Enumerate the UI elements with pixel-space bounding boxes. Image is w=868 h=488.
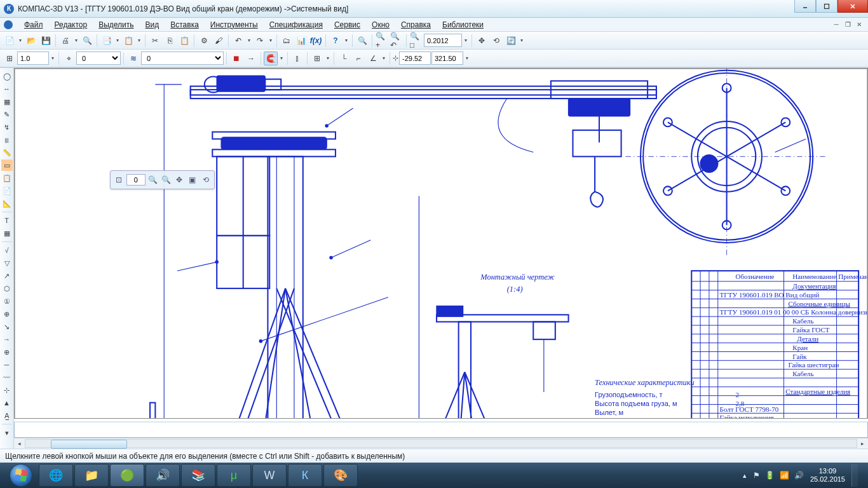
more-tool[interactable]: ▾ [1,427,13,438]
style-select[interactable]: 0 [141,51,224,65]
maximize-button[interactable] [816,0,837,13]
doc-manager-button[interactable]: 📋 [121,34,135,48]
menu-help[interactable]: Справка [396,19,436,30]
tray-battery-icon[interactable]: 🔋 [765,471,775,480]
task-utorrent[interactable]: μ [217,464,251,487]
angle-dropdown[interactable]: ▾ [381,55,387,61]
axis-tool[interactable]: ─ [1,359,13,370]
text-t-tool[interactable]: T [1,215,13,226]
ortho-button[interactable]: └ [337,51,351,65]
redo-dropdown[interactable]: ▾ [268,37,274,43]
refresh-button[interactable]: 🔄 [504,34,518,48]
menu-spec[interactable]: Спецификация [264,19,328,30]
report-tool[interactable]: 📄 [1,185,13,196]
float-fit-icon[interactable]: ▣ [186,173,198,187]
new-doc-button[interactable]: 📄 [3,34,17,48]
task-audio[interactable]: 🔊 [146,464,180,487]
close-button[interactable] [837,0,868,13]
float-rotate-icon[interactable]: ⟲ [200,173,212,187]
task-winrar[interactable]: 📚 [181,464,215,487]
zoom-dropdown[interactable]: ▾ [463,37,469,43]
task-explorer[interactable]: 📁 [74,464,109,487]
spec-tool[interactable]: 📋 [1,172,13,184]
linestyle-icon[interactable]: ≋ [126,51,140,65]
coord-y-input[interactable] [431,51,463,65]
float-pan-icon[interactable]: ✥ [173,173,185,187]
properties-button[interactable]: ⚙ [197,34,211,48]
local-cs-button[interactable]: ⌖ [62,51,76,65]
geometry-tool[interactable]: ◯ [1,71,13,82]
zoom-in-button[interactable]: 🔍+ [375,34,389,48]
zoom-select[interactable] [424,34,462,47]
menu-service[interactable]: Сервис [329,19,365,30]
position-tool[interactable]: ① [1,295,13,307]
docmgr-dropdown[interactable]: ▾ [136,37,142,43]
coord-dropdown[interactable]: ▾ [464,55,470,61]
zoom-prev-button[interactable]: 🔍↶ [390,34,403,48]
edit-tool[interactable]: ↯ [1,121,13,133]
library-button[interactable]: 🗂 [280,34,294,48]
menu-editor[interactable]: Редактор [50,19,93,30]
minimize-button[interactable] [794,0,816,13]
snap-toggle[interactable]: 🧲 [264,51,278,65]
menu-file[interactable]: Файл [19,19,48,30]
roughness-tool[interactable]: √ [1,245,13,256]
task-paint[interactable]: 🎨 [323,464,358,487]
show-desktop-button[interactable] [851,464,858,487]
zoom-window-button[interactable]: 🔍 [355,34,369,48]
menu-tools[interactable]: Инструменты [205,19,263,30]
menu-libs[interactable]: Библиотеки [437,19,489,30]
zoom-sel-button[interactable]: 🔍□ [409,34,423,48]
symbol-tool[interactable]: ▦ [1,96,13,107]
command-input-strip[interactable] [14,421,868,438]
arrow-tool[interactable]: → [1,334,13,345]
step-dropdown[interactable]: ▾ [50,55,56,61]
save-button[interactable]: 💾 [39,34,53,48]
open-button[interactable]: 📂 [24,34,38,48]
menu-select[interactable]: Выделить [93,19,139,30]
dimension-tool[interactable]: ↔ [1,83,13,95]
orbit-button[interactable]: ⟲ [489,34,503,48]
fx-button[interactable]: f(x) [309,34,323,48]
snap-dropdown[interactable]: ▾ [278,55,285,61]
float-input[interactable] [126,174,146,186]
task-ie[interactable]: 🌐 [39,464,73,487]
paste-button[interactable]: 📋 [177,34,191,48]
angle-button[interactable]: ∠ [366,51,380,65]
float-zoom-window-icon[interactable]: ⊡ [113,173,125,187]
drawing-canvas[interactable]: Монтажный чертеж (1:4) [14,68,868,419]
leader-tool[interactable]: ↗ [1,270,13,281]
step-input[interactable] [17,51,49,65]
tray-show-hidden[interactable]: ▴ [743,471,747,480]
create-obj-button[interactable]: → [244,51,258,65]
center-tool[interactable]: ⊕ [1,346,13,358]
select-tool[interactable]: ▭ [1,159,13,171]
cut-line-tool[interactable]: ↘ [1,321,13,332]
insert-tool[interactable]: 📐 [1,198,13,209]
tray-flag-icon[interactable]: ⚑ [753,471,760,480]
print-dropdown[interactable]: ▾ [73,37,79,43]
param-tool[interactable]: ⫼ [1,134,13,146]
table-tool[interactable]: ▦ [1,227,13,239]
start-button[interactable] [4,463,38,488]
float-zoom-out-icon[interactable]: 🔍 [160,173,172,187]
print-button[interactable]: 🖨 [58,34,72,48]
tray-network-icon[interactable]: 📶 [780,471,789,480]
help-dropdown[interactable]: ▾ [343,37,349,43]
hscroll-left[interactable]: ◂ [14,439,25,448]
task-chrome[interactable]: 🟢 [110,464,144,487]
multi-text-tool[interactable]: A̲ [1,410,13,421]
task-word[interactable]: W [252,464,287,487]
coord-x-input[interactable] [399,51,431,65]
cond-tool[interactable]: ▲ [1,397,13,409]
auto-axis-tool[interactable]: ⊹ [1,384,13,396]
undo-dropdown[interactable]: ▾ [246,37,252,43]
menu-window[interactable]: Окно [367,19,395,30]
hscroll-right[interactable]: ▸ [857,439,868,448]
task-kompas[interactable]: К [288,464,322,487]
help-button[interactable]: ? [329,34,342,48]
tray-clock[interactable]: 13:09 25.02.2015 [810,467,845,484]
menu-view[interactable]: Вид [140,19,165,30]
brand-tool[interactable]: ⬡ [1,283,13,294]
variables-button[interactable]: 📊 [294,34,308,48]
